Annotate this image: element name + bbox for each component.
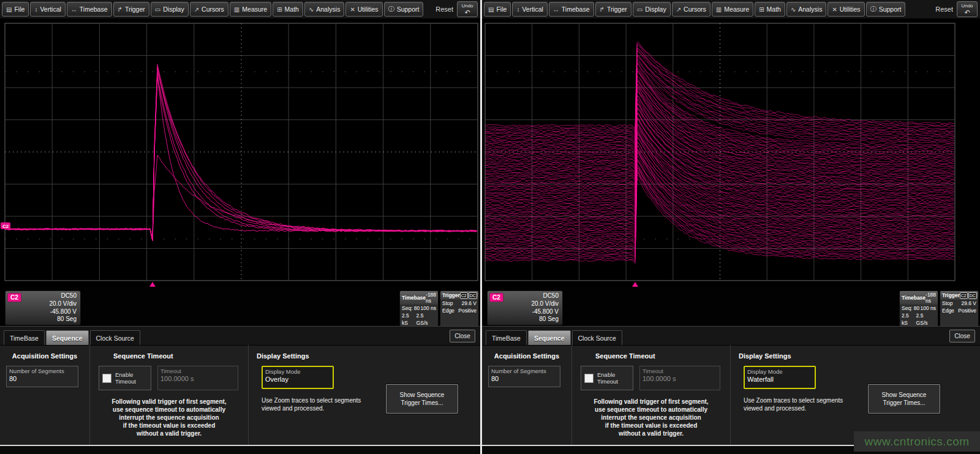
display-mode-select[interactable]: Display Mode Overlay: [262, 366, 334, 389]
show-sequence-trigger-times-button[interactable]: Show Sequence Trigger Times...: [386, 384, 458, 414]
trigger-position-marker[interactable]: [632, 282, 638, 287]
tab-sequence[interactable]: Sequence: [528, 330, 571, 345]
number-of-segments-label: Number of Segments: [489, 366, 560, 374]
menu-utilities-button[interactable]: ✕Utilities: [827, 2, 864, 17]
show-sequence-trigger-times-button[interactable]: Show Sequence Trigger Times...: [868, 384, 940, 414]
acquisition-descriptors: Timebase -188 ns Seq: 80 100 ns 2.5 kS 2…: [899, 290, 979, 327]
waveform-display-area[interactable]: C2: [0, 19, 480, 287]
menu-math-button[interactable]: ⊞Math: [755, 2, 785, 17]
reset-button[interactable]: Reset: [935, 6, 953, 13]
timeout-note-line: use sequence timeout to automatically: [576, 406, 726, 414]
trigger-descriptor[interactable]: Trigger C2 DC Stop 29.6 V Edge Positive: [440, 290, 479, 327]
channel-scale: 20.0 V/div: [532, 300, 559, 308]
undo-button[interactable]: Undo ↶: [457, 1, 478, 17]
sequence-timeout-section: Sequence Timeout Enable Timeout Timeout …: [89, 345, 249, 445]
timebase-label: Timebase: [402, 295, 426, 301]
menu-display-button[interactable]: ▭Display: [151, 2, 189, 17]
tab-timebase[interactable]: TimeBase: [4, 330, 45, 345]
trigger-edge-icon: ↱: [600, 6, 605, 13]
display-mode-label: Display Mode: [263, 367, 333, 375]
oscilloscope-panel-overlay: ▤File↕Vertical↔Timebase↱Trigger▭Display↗…: [0, 0, 480, 454]
display-mode-select[interactable]: Display Mode Waterfall: [744, 366, 816, 389]
oscilloscope-panel-waterfall: ▤File↕Vertical↔Timebase↱Trigger▭Display↗…: [482, 0, 980, 454]
menu-cursors-button[interactable]: ↗Cursors: [672, 2, 710, 17]
sequence-timeout-heading: Sequence Timeout: [113, 352, 173, 360]
trigger-position-marker[interactable]: [149, 282, 156, 287]
tab-timebase[interactable]: TimeBase: [486, 330, 527, 345]
trigger-source-chips: C2 DC: [960, 292, 977, 299]
menu-support-button[interactable]: ⓘSupport: [384, 2, 424, 17]
zoom-traces-note: Use Zoom traces to select segments viewe…: [262, 396, 363, 412]
menu-items: ▤File↕Vertical↔Timebase↱Trigger▭Display↗…: [1, 2, 424, 17]
trigger-label: Trigger: [442, 292, 460, 298]
menu-support-button[interactable]: ⓘSupport: [866, 2, 906, 17]
channel-c2-descriptor[interactable]: C2 DC50 20.0 V/div -45.800 V 80 Seg: [5, 290, 81, 325]
menu-measure-button[interactable]: ▥Measure: [230, 2, 271, 17]
timebase-samples: 2.5 kS: [402, 312, 417, 327]
checkbox-unchecked-icon: [584, 374, 594, 383]
menu-timebase-button[interactable]: ↔Timebase: [549, 2, 594, 17]
channel-info: DC50 20.0 V/div -45.800 V 80 Seg: [50, 292, 77, 323]
enable-timeout-checkbox[interactable]: Enable Timeout: [99, 366, 151, 390]
timebase-descriptor[interactable]: Timebase -188 ns Seq: 80 100 ns 2.5 kS 2…: [399, 290, 439, 327]
timebase-sequence-dialog: TimeBaseSequenceClock Source Close Acqui…: [0, 326, 480, 445]
timeout-note-line: interrupt the sequence acquisition: [576, 414, 726, 422]
channel-segments: 80 Seg: [532, 316, 559, 323]
menu-analysis-button[interactable]: ∿Analysis: [304, 2, 345, 17]
acquisition-descriptors: Timebase -188 ns Seq: 80 100 ns 2.5 kS 2…: [399, 290, 479, 327]
menu-item-label: File: [496, 6, 507, 13]
menu-analysis-button[interactable]: ∿Analysis: [786, 2, 827, 17]
descriptor-strip: C2 DC50 20.0 V/div -45.800 V 80 Seg Time…: [482, 287, 980, 327]
horizontal-arrows-icon: ↔: [553, 6, 559, 13]
info-circle-icon: ⓘ: [388, 5, 394, 13]
menu-measure-button[interactable]: ▥Measure: [712, 2, 753, 17]
enable-timeout-checkbox[interactable]: Enable Timeout: [581, 366, 633, 390]
menu-timebase-button[interactable]: ↔Timebase: [67, 2, 112, 17]
number-of-segments-field[interactable]: Number of Segments 80: [488, 366, 560, 387]
menu-trigger-button[interactable]: ↱Trigger: [113, 2, 149, 17]
menu-vertical-button[interactable]: ↕Vertical: [30, 2, 65, 17]
menu-cursors-button[interactable]: ↗Cursors: [190, 2, 228, 17]
calculator-icon: ⊞: [277, 6, 282, 13]
tab-clock-source[interactable]: Clock Source: [572, 330, 622, 345]
dialog-tabs: TimeBaseSequenceClock Source: [486, 330, 624, 345]
close-button[interactable]: Close: [949, 330, 975, 342]
reset-button[interactable]: Reset: [435, 6, 453, 13]
trigger-descriptor[interactable]: Trigger C2 DC Stop 29.6 V Edge Positive: [940, 290, 979, 327]
menu-utilities-button[interactable]: ✕Utilities: [345, 2, 382, 17]
channel-info: DC50 20.0 V/div -45.800 V 80 Seg: [532, 292, 559, 323]
sequence-tab-body: Acquisition Settings Number of Segments …: [0, 345, 480, 445]
menu-item-label: Timebase: [562, 6, 590, 13]
menu-math-button[interactable]: ⊞Math: [273, 2, 303, 17]
channel-c2-descriptor[interactable]: C2 DC50 20.0 V/div -45.800 V 80 Seg: [487, 290, 563, 325]
display-screen-icon: ▭: [637, 6, 643, 13]
trigger-label: Trigger: [942, 292, 960, 298]
menu-display-button[interactable]: ▭Display: [633, 2, 671, 17]
timeout-value: 100.0000 s: [640, 374, 720, 383]
menu-vertical-button[interactable]: ↕Vertical: [512, 2, 547, 17]
timebase-per-div: 100 ns: [420, 305, 436, 312]
timebase-descriptor[interactable]: Timebase -188 ns Seq: 80 100 ns 2.5 kS 2…: [899, 290, 938, 327]
trigger-edge-icon: ↱: [118, 6, 123, 13]
menu-trigger-button[interactable]: ↱Trigger: [595, 2, 631, 17]
waveform-display-area[interactable]: [482, 19, 980, 287]
tab-sequence[interactable]: Sequence: [46, 330, 89, 345]
menu-right-group: Reset Undo ↶: [935, 1, 979, 17]
waveform-chart-icon: ∿: [791, 6, 796, 13]
timeout-note-line: if the timeout value is exceeded: [576, 422, 726, 429]
tab-clock-source[interactable]: Clock Source: [90, 330, 140, 345]
scope-grid-and-trace: C2: [0, 19, 480, 287]
undo-button[interactable]: Undo ↶: [957, 1, 978, 17]
menu-file-button[interactable]: ▤File: [2, 2, 29, 17]
trigger-state: Stop: [442, 300, 453, 307]
close-button[interactable]: Close: [450, 330, 475, 342]
horizontal-arrows-icon: ↔: [71, 6, 77, 13]
trigger-level: 29.6 V: [961, 300, 976, 307]
timeout-value-field-disabled: Timeout 100.0000 s: [639, 366, 720, 390]
scope-grid-and-trace: [482, 19, 980, 287]
display-settings-section: Display Settings Display Mode Overlay Us…: [248, 345, 480, 445]
menu-item-label: Analysis: [316, 6, 340, 13]
acquisition-settings-heading: Acquisition Settings: [0, 352, 89, 360]
menu-file-button[interactable]: ▤File: [484, 2, 511, 17]
number-of-segments-field[interactable]: Number of Segments 80: [6, 366, 78, 387]
